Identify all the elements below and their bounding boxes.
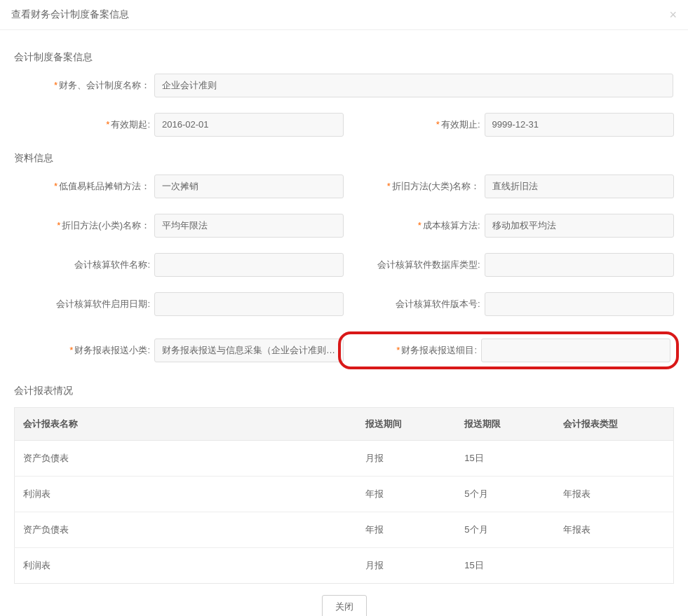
cell-period: 年报 — [357, 512, 456, 548]
label-report-sub: *财务报表报送小类: — [14, 344, 154, 357]
label-valid-from: *有效期起: — [14, 118, 154, 131]
modal-body: 会计制度备案信息 *财务、会计制度名称： 企业会计准则 *有效期起: 2016-… — [0, 30, 688, 616]
label-report-detail: *财务报表报送细目: — [341, 344, 481, 357]
table-row: 利润表 年报 5个月 年报表 — [15, 477, 674, 512]
cell-name: 利润表 — [15, 548, 358, 584]
field-db-type[interactable] — [485, 253, 674, 277]
label-low-value: *低值易耗品摊销方法： — [14, 180, 154, 193]
label-db-type: 会计核算软件数据库类型: — [344, 259, 485, 271]
cell-deadline: 15日 — [456, 441, 555, 477]
reports-table: 会计报表名称 报送期间 报送期限 会计报表类型 资产负债表 月报 15日 利润表… — [14, 407, 674, 584]
cell-deadline: 15日 — [456, 548, 555, 584]
modal-title: 查看财务会计制度备案信息 — [11, 8, 129, 21]
field-low-value[interactable]: 一次摊销 — [154, 174, 344, 198]
th-name: 会计报表名称 — [15, 408, 358, 441]
label-software-version: 会计核算软件版本号: — [344, 298, 485, 310]
cell-period: 月报 — [357, 441, 456, 477]
section-title-filing: 会计制度备案信息 — [14, 51, 674, 64]
cell-name: 资产负债表 — [15, 441, 358, 477]
close-button[interactable]: 关闭 — [322, 595, 367, 616]
field-depr-minor[interactable]: 平均年限法 — [154, 214, 344, 238]
field-depr-major[interactable]: 直线折旧法 — [485, 174, 674, 198]
modal-header: 查看财务会计制度备案信息 × — [0, 0, 688, 30]
cell-type: 年报表 — [555, 512, 673, 548]
cell-deadline: 5个月 — [456, 512, 555, 548]
label-software-enable-date: 会计核算软件启用日期: — [14, 298, 154, 310]
field-cost-method[interactable]: 移动加权平均法 — [485, 214, 674, 238]
modal-view-filing: 查看财务会计制度备案信息 × 会计制度备案信息 *财务、会计制度名称： 企业会计… — [0, 0, 688, 616]
label-software-name: 会计核算软件名称: — [14, 259, 154, 271]
table-row: 利润表 月报 15日 — [15, 548, 674, 584]
field-software-name[interactable] — [154, 253, 344, 277]
field-software-enable-date[interactable] — [154, 292, 344, 316]
th-period: 报送期间 — [357, 408, 456, 441]
label-depr-major: *折旧方法(大类)名称： — [344, 180, 485, 193]
table-row: 资产负债表 月报 15日 — [15, 441, 674, 477]
label-cost-method: *成本核算方法: — [344, 219, 485, 232]
cell-type — [555, 441, 673, 477]
section-title-material: 资料信息 — [14, 152, 674, 165]
highlight-report-detail: *财务报表报送细目: — [338, 331, 679, 369]
field-valid-to[interactable]: 9999-12-31 — [485, 113, 674, 137]
field-valid-from[interactable]: 2016-02-01 — [154, 113, 344, 137]
cell-name: 资产负债表 — [15, 512, 358, 548]
field-software-version[interactable] — [485, 292, 674, 316]
field-system-name[interactable]: 企业会计准则 — [154, 74, 673, 97]
th-type: 会计报表类型 — [555, 408, 673, 441]
section-title-reports: 会计报表情况 — [14, 385, 674, 397]
cell-type: 年报表 — [555, 477, 673, 512]
cell-period: 月报 — [357, 548, 456, 584]
th-deadline: 报送期限 — [456, 408, 555, 441]
modal-footer: 关闭 — [14, 584, 674, 616]
cell-type — [555, 548, 673, 584]
label-system-name: *财务、会计制度名称： — [14, 79, 154, 92]
cell-name: 利润表 — [15, 477, 358, 512]
table-row: 资产负债表 年报 5个月 年报表 — [15, 512, 674, 548]
close-icon[interactable]: × — [669, 8, 677, 21]
cell-period: 年报 — [357, 477, 456, 512]
field-report-detail[interactable] — [481, 338, 670, 362]
label-depr-minor: *折旧方法(小类)名称： — [14, 219, 154, 232]
cell-deadline: 5个月 — [456, 477, 555, 512]
label-valid-to: *有效期止: — [344, 118, 485, 131]
field-report-sub[interactable]: 财务报表报送与信息采集（企业会计准则一般企 — [154, 338, 344, 362]
